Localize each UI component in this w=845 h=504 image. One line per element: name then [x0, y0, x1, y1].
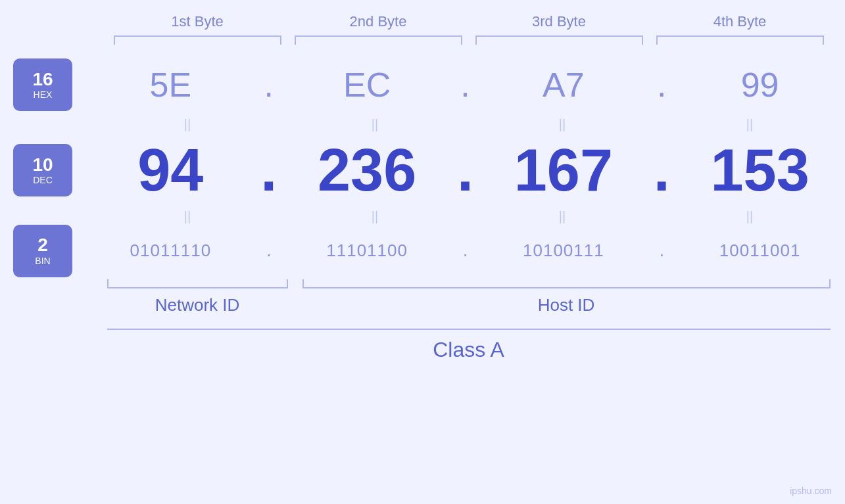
bin-b3: 10100111: [479, 241, 649, 261]
class-label: Class A: [107, 338, 831, 362]
dec-row: 94 . 236 . 167 . 153: [85, 137, 845, 204]
dec-b2: 236: [282, 137, 452, 204]
bin-dot2: .: [452, 241, 479, 261]
bin-b1: 01011110: [85, 241, 256, 261]
hex-dot3: .: [648, 65, 675, 104]
eq2-b1: ||: [107, 209, 268, 224]
bin-dot1: .: [256, 241, 282, 261]
eq1-b4: ||: [669, 117, 831, 132]
bin-badge: 2 BIN: [13, 225, 72, 277]
byte1-header: 1st Byte: [107, 13, 288, 35]
dec-dot2: .: [452, 137, 479, 204]
dec-b1: 94: [85, 137, 256, 204]
bin-badge-label: BIN: [35, 256, 50, 266]
dec-dot3: .: [648, 137, 675, 204]
hex-b2: EC: [282, 65, 452, 104]
byte3-header: 3rd Byte: [469, 13, 650, 35]
hex-b1: 5E: [85, 65, 256, 104]
eq2-b4: ||: [669, 209, 831, 224]
hex-badge: 16 HEX: [13, 58, 72, 111]
dec-badge-label: DEC: [33, 175, 53, 185]
eq2-b3: ||: [482, 209, 643, 224]
eq1-b2: ||: [295, 117, 456, 132]
dec-dot1: .: [256, 137, 282, 204]
eq2-b2: ||: [295, 209, 456, 224]
byte1-bracket: [114, 35, 281, 45]
bin-b2: 11101100: [282, 241, 452, 261]
host-id-bracket: [302, 279, 831, 288]
dec-badge-number: 10: [32, 155, 53, 175]
byte3-bracket: [475, 35, 643, 45]
bin-row: 01011110 . 11101100 . 10100111 . 1001100…: [85, 241, 845, 261]
eq1-b3: ||: [482, 117, 643, 132]
hex-b3: A7: [479, 65, 649, 104]
byte4-header: 4th Byte: [650, 13, 831, 35]
class-section: Class A: [107, 329, 831, 362]
byte2-header: 2nd Byte: [288, 13, 469, 35]
eq1-b1: ||: [107, 117, 268, 132]
byte2-bracket: [295, 35, 462, 45]
dec-badge: 10 DEC: [13, 144, 72, 196]
byte4-bracket: [656, 35, 824, 45]
network-id-label: Network ID: [107, 295, 288, 315]
hex-dot2: .: [452, 65, 479, 104]
bin-badge-number: 2: [37, 235, 48, 256]
bin-b4: 10011001: [675, 241, 845, 261]
dec-b3: 167: [479, 137, 649, 204]
hex-b4: 99: [675, 65, 845, 104]
hex-row: 5E . EC . A7 . 99: [85, 65, 845, 104]
bin-dot3: .: [648, 241, 675, 261]
network-id-bracket: [107, 279, 288, 288]
hex-badge-number: 16: [32, 70, 53, 90]
hex-dot1: .: [256, 65, 282, 104]
class-bracket-line: [107, 329, 831, 330]
hex-badge-label: HEX: [34, 89, 53, 100]
dec-b4: 153: [675, 137, 845, 204]
host-id-label: Host ID: [302, 295, 831, 315]
watermark: ipshu.com: [790, 486, 832, 496]
